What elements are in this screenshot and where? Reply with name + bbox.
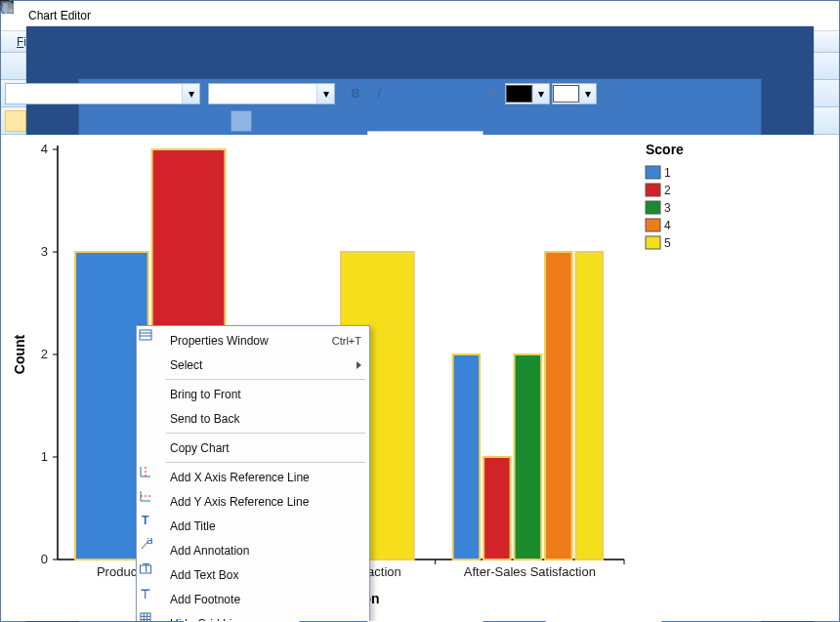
chevron-down-icon: ▾: [532, 84, 549, 104]
point-id-icon[interactable]: [229, 56, 250, 77]
ctx-select[interactable]: Select: [139, 352, 367, 377]
line-markers-icon[interactable]: [124, 110, 146, 132]
ctx-add-footnote[interactable]: TAdd Footnote: [139, 587, 367, 611]
ctx-add-textbox[interactable]: TAdd Text Box: [139, 562, 367, 587]
pie-icon[interactable]: [231, 110, 252, 132]
legend-swatch[interactable]: [646, 219, 660, 231]
svg-text:a: a: [147, 538, 152, 547]
ctx-hide-grid[interactable]: Hide Grid Lines: [139, 611, 367, 621]
svg-text:3: 3: [664, 201, 671, 215]
chevron-down-icon: ▾: [579, 84, 596, 104]
svg-text:4: 4: [664, 219, 671, 232]
bold-button[interactable]: B: [345, 83, 366, 104]
ctx-add-x-ref[interactable]: Add X Axis Reference Line: [139, 465, 367, 489]
bar[interactable]: [483, 457, 510, 560]
scatter-icon[interactable]: [147, 110, 169, 132]
svg-text:1: 1: [41, 449, 48, 464]
svg-text:Score: Score: [646, 142, 684, 157]
legend-swatch[interactable]: [646, 166, 660, 179]
svg-text:0: 0: [41, 552, 48, 566]
svg-text:T: T: [142, 514, 149, 527]
font-size-combo[interactable]: ▾: [208, 83, 335, 104]
bar[interactable]: [576, 252, 603, 560]
fill-color-combo[interactable]: ▾: [505, 83, 550, 104]
lasso-icon[interactable]: [205, 56, 227, 77]
svg-text:T: T: [142, 588, 149, 601]
svg-text:Count: Count: [12, 334, 27, 374]
svg-text:5: 5: [664, 236, 671, 250]
ctx-add-y-ref[interactable]: Add Y Axis Reference Line: [139, 489, 367, 514]
svg-text:T: T: [143, 562, 150, 575]
legend-swatch[interactable]: [646, 236, 660, 249]
ctx-add-annotation[interactable]: aAdd Annotation: [139, 538, 367, 562]
ctx-copy-chart[interactable]: Copy Chart: [139, 435, 367, 460]
bar[interactable]: [545, 252, 571, 560]
legend-swatch[interactable]: [646, 184, 660, 196]
align-center-button[interactable]: [423, 83, 444, 104]
bar[interactable]: [515, 354, 541, 560]
align-left-button[interactable]: [399, 83, 421, 104]
svg-rect-115: [140, 330, 151, 340]
ctx-add-title[interactable]: TAdd Title: [139, 514, 367, 538]
svg-text:After-Sales Satisfaction: After-Sales Satisfaction: [464, 564, 596, 579]
ctx-send-back[interactable]: Send to Back: [139, 406, 367, 431]
svg-text:3: 3: [41, 244, 48, 259]
window: Chart Editor File Edit View Options Elem…: [0, 0, 840, 622]
chart-canvas[interactable]: 01234CountProduct satisfactionPurchase s…: [1, 135, 839, 621]
ctx-properties[interactable]: Properties WindowCtrl+T: [139, 328, 367, 352]
text-color-button[interactable]: A: [482, 83, 503, 104]
titlebar: Chart Editor: [1, 1, 839, 31]
chevron-down-icon: ▾: [182, 84, 199, 104]
context-menu: Properties WindowCtrl+T Select Bring to …: [136, 325, 370, 621]
italic-button[interactable]: I: [368, 83, 390, 104]
chevron-down-icon: ▾: [316, 84, 334, 104]
interpolation-icon[interactable]: [158, 56, 180, 77]
font-family-combo[interactable]: ▾: [5, 83, 200, 104]
legend-swatch[interactable]: [646, 201, 660, 214]
svg-text:2: 2: [41, 347, 48, 361]
fill-color-combo-2[interactable]: ▾: [552, 83, 597, 104]
distribution-icon[interactable]: [182, 56, 203, 77]
svg-text:2: 2: [664, 184, 671, 197]
bar[interactable]: [453, 354, 480, 560]
ctx-bring-front[interactable]: Bring to Front: [139, 382, 367, 406]
step-icon[interactable]: [171, 110, 192, 132]
area-icon[interactable]: [207, 110, 229, 132]
svg-text:4: 4: [41, 142, 48, 156]
align-right-button[interactable]: [446, 83, 468, 104]
svg-text:1: 1: [664, 166, 671, 180]
